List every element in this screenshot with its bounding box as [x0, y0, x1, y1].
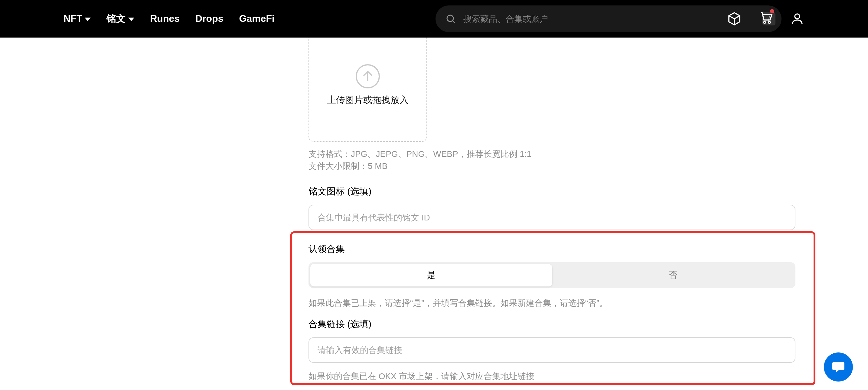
- svg-point-3: [769, 22, 770, 23]
- section-claim-collection: 认领合集 是 否 如果此合集已上架，请选择“是”，并填写合集链接。如果新建合集，…: [309, 244, 796, 309]
- cart-button[interactable]: [758, 10, 773, 27]
- claim-option-yes[interactable]: 是: [310, 264, 552, 286]
- page-body: 上传图片或拖拽放入 支持格式：JPG、JEPG、PNG、WEBP，推荐长宽比例 …: [0, 37, 868, 390]
- inscription-icon-input[interactable]: [309, 205, 796, 230]
- nav-item-label: GameFi: [239, 13, 275, 24]
- link-hint: 如果你的合集已在 OKX 市场上架，请输入对应合集地址链接: [309, 370, 796, 383]
- notification-dot-icon: [770, 9, 774, 13]
- upload-hint: 支持格式：JPG、JEPG、PNG、WEBP，推荐长宽比例 1:1 文件大小限制…: [309, 148, 531, 172]
- chat-support-button[interactable]: [824, 353, 853, 382]
- claim-toggle-group: 是 否: [309, 262, 796, 288]
- claim-hint: 如果此合集已上架，请选择“是”，并填写合集链接。如果新建合集，请选择“否”。: [309, 297, 796, 309]
- search-icon: [445, 13, 456, 24]
- nav-links: NFT 铭文 Runes Drops GameFi: [63, 12, 275, 25]
- svg-line-1: [453, 21, 455, 23]
- section-collection-link: 合集链接 (选填) 如果你的合集已在 OKX 市场上架，请输入对应合集地址链接: [309, 318, 796, 383]
- svg-point-0: [447, 15, 453, 22]
- nav-item-gamefi[interactable]: GameFi: [239, 13, 275, 24]
- nav-item-drops[interactable]: Drops: [195, 13, 223, 24]
- user-icon[interactable]: [790, 11, 805, 26]
- svg-point-7: [835, 365, 837, 367]
- collection-link-input[interactable]: [309, 337, 796, 363]
- field-label: 认领合集: [309, 244, 796, 255]
- chevron-down-icon: [128, 18, 134, 21]
- search-input[interactable]: [463, 14, 762, 24]
- upload-hint-line: 支持格式：JPG、JEPG、PNG、WEBP，推荐长宽比例 1:1: [309, 148, 531, 160]
- nav-item-label: Drops: [195, 13, 223, 24]
- chat-icon: [831, 360, 846, 374]
- field-label: 合集链接 (选填): [309, 318, 796, 330]
- nav-item-label: NFT: [63, 13, 82, 24]
- top-nav: NFT 铭文 Runes Drops GameFi /: [0, 0, 868, 37]
- nav-item-inscriptions[interactable]: 铭文: [106, 12, 134, 25]
- upload-label: 上传图片或拖拽放入: [327, 94, 409, 106]
- svg-point-4: [795, 14, 800, 19]
- svg-point-2: [764, 22, 766, 23]
- section-inscription-icon: 铭文图标 (选填): [309, 186, 796, 230]
- package-icon[interactable]: [727, 11, 742, 26]
- nav-right: [727, 0, 805, 37]
- svg-point-9: [840, 365, 841, 367]
- image-upload-dropzone[interactable]: 上传图片或拖拽放入: [309, 37, 427, 142]
- claim-option-no[interactable]: 否: [552, 264, 794, 286]
- svg-point-8: [837, 365, 839, 367]
- upload-icon: [354, 63, 381, 90]
- nav-item-nft[interactable]: NFT: [63, 13, 91, 24]
- nav-item-label: 铭文: [106, 12, 126, 25]
- nav-item-runes[interactable]: Runes: [150, 13, 180, 24]
- field-label: 铭文图标 (选填): [309, 186, 796, 197]
- chevron-down-icon: [85, 18, 91, 21]
- nav-item-label: Runes: [150, 13, 180, 24]
- upload-hint-line: 文件大小限制：5 MB: [309, 160, 531, 173]
